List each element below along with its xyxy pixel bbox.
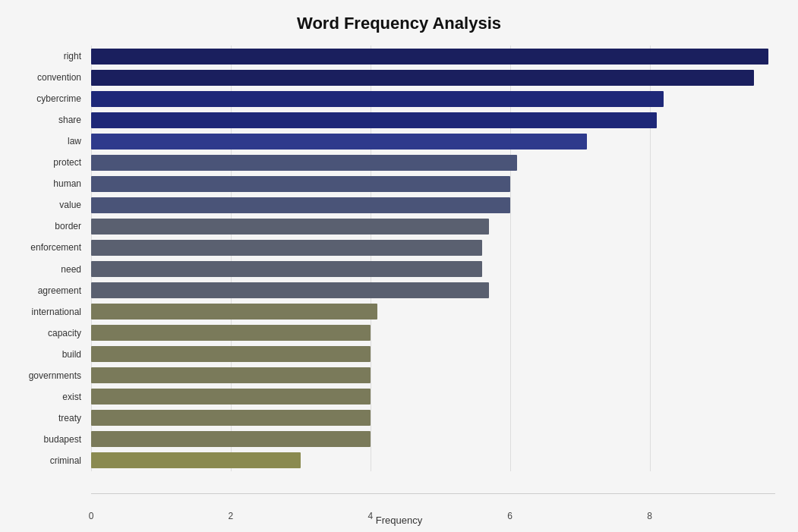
y-label-share: share [58, 115, 81, 125]
y-label-build: build [62, 349, 81, 360]
bar-row [91, 46, 775, 67]
y-label-value: value [59, 200, 81, 210]
y-label-convention: convention [37, 72, 81, 83]
chart-title: Word Frequency Analysis [0, 14, 798, 33]
chart-area [91, 46, 775, 471]
bar-row [91, 88, 775, 109]
bar-right [91, 49, 768, 65]
bar-row [91, 259, 775, 280]
bar-criminal [91, 452, 301, 468]
bar-build [91, 346, 371, 362]
y-label-need: need [61, 264, 81, 275]
y-label-protect: protect [53, 157, 81, 168]
bar-row [91, 429, 775, 450]
bar-row [91, 450, 775, 471]
bar-border [91, 219, 489, 235]
bar-human [91, 176, 510, 192]
y-label-border: border [55, 221, 81, 231]
chart-container: Word Frequency Analysis rightconventionc… [0, 0, 798, 532]
y-label-international: international [32, 307, 81, 317]
y-label-budapest: budapest [44, 434, 81, 445]
bar-enforcement [91, 240, 482, 256]
bar-row [91, 365, 775, 386]
bar-row [91, 301, 775, 323]
bar-international [91, 304, 377, 320]
y-label-law: law [68, 136, 81, 146]
y-label-treaty: treaty [58, 413, 81, 423]
bar-value [91, 197, 510, 213]
y-label-exist: exist [62, 392, 81, 402]
bar-share [91, 112, 657, 128]
bar-agreement [91, 282, 489, 298]
bar-cybercrime [91, 91, 664, 107]
bar-row [91, 280, 775, 301]
bar-convention [91, 70, 754, 86]
y-label-agreement: agreement [38, 285, 81, 296]
x-axis-label: Frequency [0, 515, 798, 526]
bar-row [91, 152, 775, 173]
y-label-human: human [53, 178, 81, 189]
bar-row [91, 408, 775, 429]
y-label-governments: governments [29, 370, 81, 381]
bar-row [91, 386, 775, 408]
bar-need [91, 261, 482, 277]
bar-row [91, 67, 775, 88]
bar-row [91, 216, 775, 237]
bar-row [91, 344, 775, 365]
bar-row [91, 131, 775, 152]
bar-exist [91, 389, 371, 405]
bar-row [91, 323, 775, 344]
y-label-enforcement: enforcement [30, 242, 81, 253]
y-axis-labels: rightconventioncybercrimesharelawprotect… [0, 46, 87, 471]
bar-budapest [91, 431, 371, 447]
y-label-cybercrime: cybercrime [36, 93, 81, 104]
y-label-right: right [64, 51, 81, 61]
y-label-capacity: capacity [48, 328, 81, 338]
bar-governments [91, 367, 371, 383]
bar-law [91, 134, 587, 150]
bar-row [91, 237, 775, 258]
bar-protect [91, 155, 517, 171]
bar-row [91, 173, 775, 194]
bar-row [91, 194, 775, 216]
x-axis [91, 493, 775, 494]
bar-row [91, 109, 775, 131]
bar-capacity [91, 325, 371, 341]
bar-treaty [91, 410, 371, 426]
y-label-criminal: criminal [50, 455, 81, 466]
